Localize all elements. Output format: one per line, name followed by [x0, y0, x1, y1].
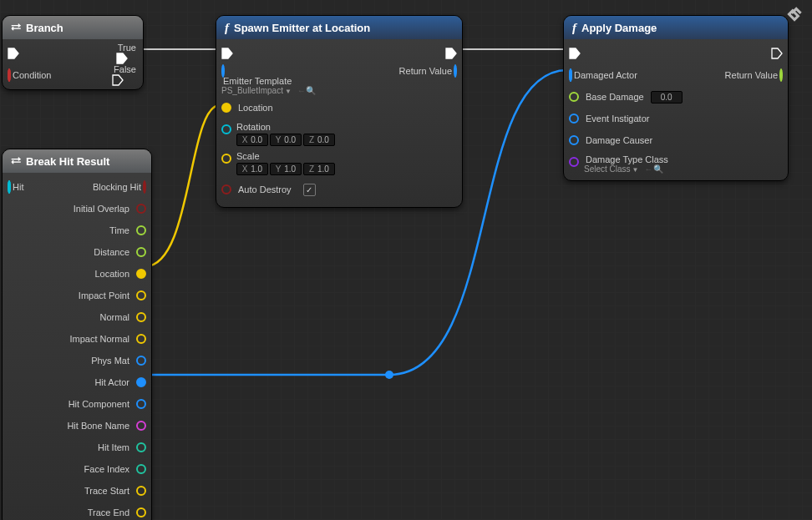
out-pin-trace-start[interactable]: Trace Start [8, 480, 146, 502]
node-header[interactable]: ⮂ Branch [3, 16, 143, 39]
out-pin[interactable]: Blocking Hit [91, 182, 146, 192]
emitter-template-pin[interactable]: Emitter Template PS_BulletImpact▼ ← 🔍 [221, 66, 315, 95]
out-pin-hit-component[interactable]: Hit Component [8, 393, 146, 415]
node-title: Apply Damage [581, 22, 657, 34]
node-header[interactable]: f Apply Damage [564, 16, 788, 39]
out-pin-phys-mat[interactable]: Phys Mat [8, 350, 146, 371]
out-pin-initial-overlap[interactable]: Initial Overlap [8, 198, 146, 220]
node-apply-damage[interactable]: f Apply Damage Damaged Actor Return Valu… [563, 15, 789, 181]
out-pin-time[interactable]: Time [8, 220, 146, 241]
asset-nav-icon[interactable]: ← 🔍 [644, 164, 662, 174]
node-title: Branch [26, 22, 63, 34]
out-pin-trace-end[interactable]: Trace End [8, 502, 146, 520]
scale-y-input[interactable]: Y 1.0 [270, 163, 302, 175]
out-pin-hit-bone-name[interactable]: Hit Bone Name [8, 415, 146, 437]
rot-z-input[interactable]: Z 0.0 [303, 134, 335, 146]
exec-out[interactable] [445, 48, 457, 59]
scale-z-input[interactable]: Z 1.0 [303, 163, 335, 175]
condition-pin[interactable]: Condition [8, 70, 53, 80]
damage-causer-pin[interactable]: Damage Causer [569, 129, 783, 151]
out-pin-hit-item[interactable]: Hit Item [8, 437, 146, 458]
node-break-hit-result[interactable]: ⮂ Break Hit Result HitBlocking HitInitia… [2, 149, 152, 520]
node-title: Break Hit Result [26, 155, 109, 168]
node-header[interactable]: ⮂ Break Hit Result [3, 149, 151, 173]
exec-out-true[interactable]: True [116, 43, 138, 64]
exec-in[interactable] [569, 48, 581, 59]
rot-x-input[interactable]: X 0.0 [236, 134, 268, 146]
exec-out-end[interactable] [771, 48, 783, 59]
asset-nav-icon[interactable]: ← 🔍 [297, 86, 316, 95]
base-damage-input[interactable]: 0.0 [651, 91, 683, 103]
hit-in-pin[interactable]: Hit [8, 182, 25, 192]
rot-y-input[interactable]: Y 0.0 [270, 134, 302, 146]
damage-type-pin[interactable]: Damage Type Class Select Class▼ ← 🔍 [569, 151, 783, 177]
node-header[interactable]: f Spawn Emitter at Location [216, 16, 462, 39]
base-damage-pin[interactable]: Base Damage 0.0 [569, 86, 783, 108]
return-value-pin[interactable]: Return Value [398, 66, 457, 76]
auto-destroy-checkbox[interactable]: ✓ [303, 184, 316, 196]
out-pin-face-index[interactable]: Face Index [8, 458, 146, 480]
out-pin-impact-point[interactable]: Impact Point [8, 285, 146, 306]
branch-icon: ⮂ [11, 22, 21, 33]
exec-out-false[interactable]: False [112, 64, 138, 86]
location-pin[interactable]: Location [221, 97, 457, 119]
scale-pin[interactable]: Scale X 1.0 Y 1.0 Z 1.0 [221, 146, 457, 175]
emitter-template-select[interactable]: PS_BulletImpact▼ ← 🔍 [221, 86, 315, 95]
damaged-actor-pin[interactable]: Damaged Actor [569, 70, 639, 80]
node-spawn-emitter[interactable]: f Spawn Emitter at Location Emitter Temp… [216, 15, 463, 208]
node-title: Spawn Emitter at Location [234, 22, 370, 34]
out-pin-hit-actor[interactable]: Hit Actor [8, 371, 146, 393]
return-value-pin[interactable]: Return Value [723, 70, 783, 80]
rotation-pin[interactable]: Rotation X 0.0 Y 0.0 Z 0.0 [221, 119, 457, 146]
out-pin-distance[interactable]: Distance [8, 241, 146, 263]
function-icon: f [225, 21, 229, 35]
event-instigator-pin[interactable]: Event Instigator [569, 108, 783, 129]
scale-x-input[interactable]: X 1.0 [236, 163, 268, 175]
exec-in-pin[interactable] [8, 48, 19, 59]
out-pin-location[interactable]: Location [8, 263, 146, 285]
auto-destroy-pin[interactable]: Auto Destroy ✓ [221, 175, 457, 204]
node-branch[interactable]: ⮂ Branch True Condition False [2, 15, 144, 90]
out-pin-impact-normal[interactable]: Impact Normal [8, 328, 146, 350]
split-icon: ⮂ [11, 155, 21, 167]
damage-type-select[interactable]: Select Class▼ ← 🔍 [584, 164, 670, 174]
out-pin-normal[interactable]: Normal [8, 306, 146, 328]
function-icon: f [572, 21, 576, 35]
exec-in[interactable] [221, 48, 233, 59]
